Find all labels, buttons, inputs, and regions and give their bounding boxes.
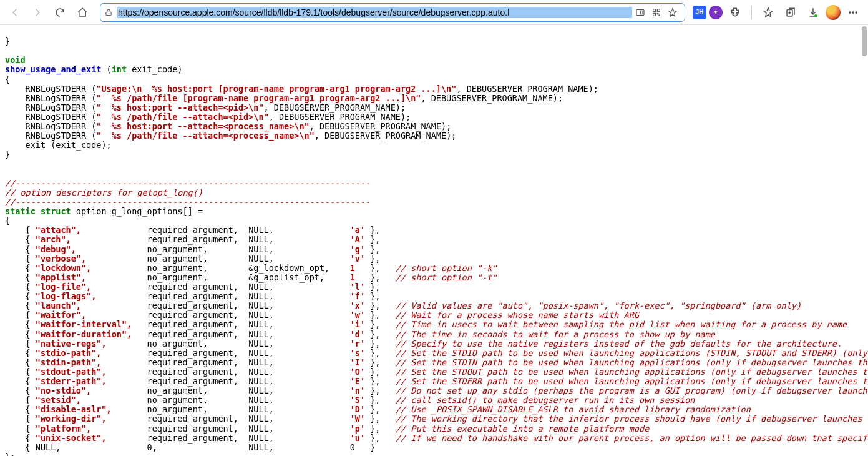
svg-point-9 [814, 14, 817, 17]
svg-rect-5 [653, 13, 656, 16]
url-text[interactable]: https://opensource.apple.com/source/lldb… [117, 7, 632, 18]
extension-purple-icon[interactable]: ✦ [709, 6, 723, 19]
svg-point-10 [849, 11, 851, 12]
back-button[interactable] [5, 2, 25, 22]
svg-rect-0 [106, 12, 111, 15]
favorite-icon[interactable] [665, 4, 681, 21]
svg-rect-7 [659, 15, 660, 16]
divider [751, 6, 752, 19]
svg-rect-3 [653, 9, 656, 11]
svg-rect-2 [641, 11, 643, 14]
url-bar[interactable]: https://opensource.apple.com/source/lldb… [100, 3, 685, 22]
downloads-button[interactable] [803, 2, 823, 22]
favorites-button[interactable] [758, 2, 778, 22]
home-button[interactable] [72, 2, 92, 22]
svg-point-11 [852, 11, 854, 12]
avatar[interactable] [826, 5, 841, 20]
svg-rect-4 [657, 9, 660, 11]
scrollbar-thumb[interactable] [862, 26, 867, 56]
svg-rect-6 [657, 13, 658, 14]
lock-icon [104, 8, 113, 17]
reader-icon[interactable] [632, 4, 648, 21]
source-code: } void show_usage_and_exit (int exit_cod… [0, 25, 868, 456]
collections-button[interactable] [781, 2, 801, 22]
refresh-button[interactable] [50, 2, 70, 22]
qr-icon[interactable] [648, 4, 665, 21]
extension-jh-icon[interactable]: JH [693, 6, 706, 19]
menu-button[interactable] [843, 2, 863, 22]
browser-toolbar: https://opensource.apple.com/source/lldb… [0, 0, 868, 25]
extensions-button[interactable] [725, 2, 745, 22]
forward-button[interactable] [27, 2, 47, 22]
svg-point-12 [856, 11, 857, 12]
